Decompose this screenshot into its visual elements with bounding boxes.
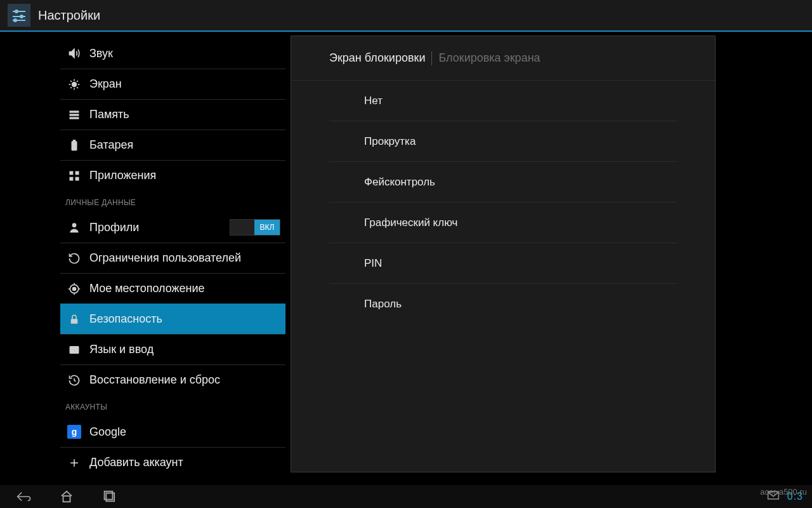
- svg-point-24: [72, 223, 77, 227]
- sidebar-item-label: Восстановление и сброс: [89, 373, 280, 387]
- sidebar-item-label: Мое местоположение: [89, 282, 280, 295]
- svg-rect-31: [71, 319, 78, 324]
- lock-option-face[interactable]: Фейсконтроль: [329, 162, 677, 203]
- sidebar-item-label: Экран: [89, 77, 280, 91]
- speaker-icon: [65, 44, 83, 62]
- lock-option-password[interactable]: Пароль: [329, 284, 677, 324]
- svg-rect-16: [70, 114, 79, 116]
- sidebar-item-apps[interactable]: Приложения: [60, 160, 285, 190]
- svg-rect-22: [70, 177, 74, 180]
- refresh-icon: [65, 250, 83, 267]
- settings-sidebar: УСТРОЙСТВО Звук Экран Память: [0, 32, 285, 485]
- option-label: PIN: [364, 257, 382, 270]
- lock-option-pin[interactable]: PIN: [329, 243, 677, 284]
- sidebar-item-label: Батарея: [89, 138, 280, 152]
- svg-rect-38: [63, 496, 70, 502]
- svg-line-12: [77, 87, 78, 88]
- profiles-icon: [65, 218, 83, 236]
- section-header-device: УСТРОЙСТВО: [60, 32, 285, 38]
- location-icon: [65, 280, 83, 298]
- sidebar-item-label: Добавить аккаунт: [89, 456, 280, 469]
- section-header-accounts: АККАУНТЫ: [60, 395, 285, 417]
- dialog-title: Экран блокировки: [329, 51, 425, 65]
- apps-icon: [65, 167, 83, 185]
- lock-option-slide[interactable]: Прокрутка: [329, 121, 677, 162]
- sidebar-item-language[interactable]: A Язык и ввод: [60, 334, 285, 364]
- section-header-personal: ЛИЧНЫЕ ДАННЫЕ: [60, 190, 285, 212]
- sidebar-item-label: Память: [89, 108, 280, 121]
- google-icon: g: [65, 423, 83, 441]
- sidebar-item-label: Звук: [89, 47, 280, 60]
- watermark: acer-a500.ru: [760, 487, 807, 497]
- svg-line-35: [74, 380, 76, 382]
- svg-rect-21: [75, 171, 79, 175]
- lock-icon: [65, 311, 83, 328]
- storage-icon: [65, 106, 83, 124]
- sidebar-item-add-account[interactable]: Добавить аккаунт: [60, 447, 285, 478]
- keyboard-icon: A: [65, 341, 83, 359]
- lock-screen-dialog: Экран блокировки Блокировка экрана Нет П…: [291, 36, 716, 472]
- sidebar-item-display[interactable]: Экран: [60, 69, 285, 99]
- sidebar-item-label: Приложения: [89, 169, 280, 182]
- home-button[interactable]: [49, 487, 84, 506]
- back-button[interactable]: [8, 487, 42, 506]
- svg-line-13: [70, 87, 72, 88]
- option-label: Нет: [364, 95, 383, 107]
- option-label: Фейсконтроль: [364, 176, 435, 189]
- svg-rect-18: [72, 142, 77, 150]
- sidebar-item-label: Безопасность: [89, 312, 280, 326]
- sidebar-item-profiles[interactable]: Профили ВКЛ: [60, 212, 285, 243]
- breadcrumb-separator: [431, 51, 432, 65]
- svg-rect-20: [70, 171, 74, 175]
- sidebar-item-user-restrictions[interactable]: Ограничения пользователей: [60, 243, 285, 273]
- svg-line-14: [77, 81, 78, 82]
- lock-option-none[interactable]: Нет: [329, 81, 677, 121]
- svg-rect-17: [70, 117, 79, 119]
- svg-point-26: [73, 287, 76, 290]
- sidebar-item-location[interactable]: Мое местоположение: [60, 273, 285, 304]
- profiles-toggle[interactable]: ВКЛ: [230, 219, 280, 236]
- sidebar-item-label: Язык и ввод: [89, 343, 280, 356]
- dialog-crumb: Блокировка экрана: [438, 51, 540, 65]
- sidebar-item-sound[interactable]: Звук: [60, 38, 285, 69]
- svg-line-11: [70, 81, 72, 82]
- restore-icon: [65, 371, 83, 389]
- svg-rect-23: [75, 177, 79, 180]
- option-label: Графический ключ: [364, 217, 457, 229]
- svg-point-3: [20, 15, 23, 18]
- svg-point-5: [13, 18, 17, 22]
- sidebar-item-label: Ограничения пользователей: [89, 251, 280, 265]
- recents-button[interactable]: [91, 487, 126, 506]
- option-label: Прокрутка: [364, 135, 416, 148]
- brightness-icon: [65, 76, 83, 93]
- sidebar-item-label: Google: [89, 425, 280, 439]
- svg-rect-19: [74, 140, 75, 141]
- svg-point-6: [72, 82, 77, 86]
- page-title: Настройки: [38, 8, 100, 23]
- system-navbar: 0:3: [0, 485, 812, 508]
- plus-icon: [65, 454, 83, 472]
- svg-text:A: A: [72, 347, 76, 353]
- battery-icon: [65, 137, 83, 154]
- toggle-on-label: ВКЛ: [254, 220, 280, 235]
- lock-option-pattern[interactable]: Графический ключ: [329, 203, 677, 243]
- sidebar-item-backup[interactable]: Восстановление и сброс: [60, 364, 285, 395]
- sidebar-item-battery[interactable]: Батарея: [60, 130, 285, 160]
- dialog-header: Экран блокировки Блокировка экрана: [291, 36, 715, 81]
- sidebar-item-storage[interactable]: Память: [60, 99, 285, 130]
- svg-point-1: [15, 10, 18, 13]
- svg-rect-15: [70, 110, 79, 112]
- option-label: Пароль: [364, 298, 402, 311]
- settings-app-icon: [8, 4, 30, 27]
- app-header: Настройки: [0, 0, 812, 32]
- sidebar-item-security[interactable]: Безопасность: [60, 304, 285, 334]
- sidebar-item-label: Профили: [89, 221, 230, 234]
- sidebar-item-google[interactable]: g Google: [60, 417, 285, 447]
